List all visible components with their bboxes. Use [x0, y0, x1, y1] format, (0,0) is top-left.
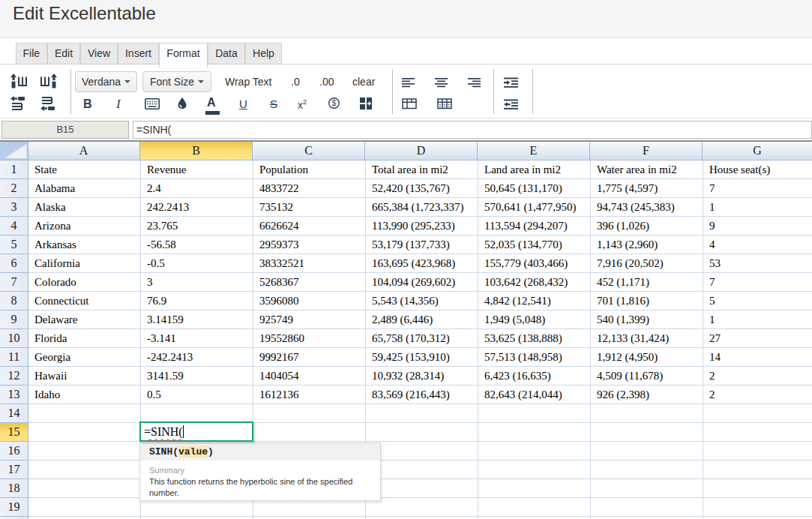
svg-text:$: $	[332, 98, 337, 107]
